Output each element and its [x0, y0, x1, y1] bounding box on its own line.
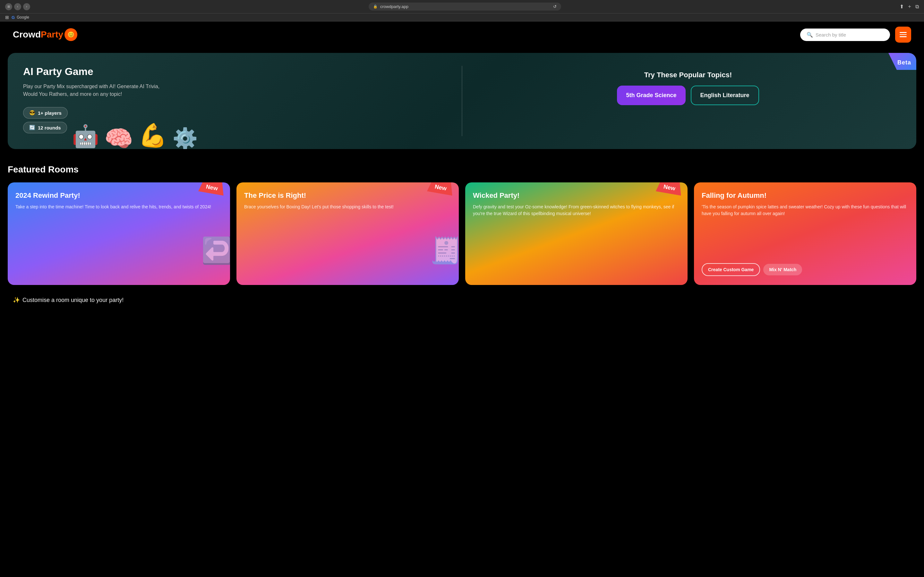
- logo-icon: 😊: [65, 28, 78, 41]
- browser-actions: ⬆ ＋ ⧉: [900, 3, 919, 10]
- room-card-1[interactable]: New 2024 Rewind Party! Take a step into …: [8, 182, 230, 285]
- customize-label: Customise a room unique to your party!: [23, 297, 124, 303]
- lock-icon: 🔒: [373, 5, 378, 9]
- hamburger-icon: [900, 32, 907, 37]
- featured-title: Featured Rooms: [8, 164, 916, 175]
- room-footer-4: Create Custom Game Mix N' Match: [702, 263, 909, 276]
- room-emoji-2: 🧾: [430, 235, 459, 266]
- rounds-icon: 🔄: [29, 125, 35, 131]
- browser-controls: ⊞ ‹ ›: [5, 3, 30, 10]
- room-desc-2: Brace yourselves for Boxing Day! Let's p…: [244, 203, 451, 276]
- players-badge: 😎 1+ players: [23, 107, 68, 119]
- share-icon[interactable]: ⬆: [900, 3, 904, 10]
- logo[interactable]: CrowdParty 😊: [13, 28, 78, 41]
- app-header: CrowdParty 😊 🔍 Search by title: [0, 21, 924, 48]
- hero-emojis: 🤖 🧠 💪 ⚙️: [72, 122, 198, 149]
- header-right: 🔍 Search by title: [800, 27, 911, 43]
- sparkle-icon: ✨: [13, 297, 20, 303]
- tab-label: Google: [17, 15, 29, 19]
- topic-5th-grade-science[interactable]: 5th Grade Science: [617, 85, 685, 105]
- room-title-3: Wicked Party!: [473, 191, 680, 200]
- topics-grid: 5th Grade Science English Literature: [617, 85, 759, 105]
- robot-emoji: 🤖: [72, 123, 99, 149]
- logo-crowd: Crowd: [13, 29, 41, 40]
- room-desc-3: Defy gravity and test your Oz-some knowl…: [473, 203, 680, 276]
- featured-section: Featured Rooms New 2024 Rewind Party! Ta…: [0, 154, 924, 293]
- forward-button[interactable]: ›: [23, 3, 30, 10]
- rounds-label: 12 rounds: [38, 125, 61, 131]
- brain-emoji: 🧠: [104, 125, 133, 149]
- url-text: crowdparty.app: [380, 4, 409, 9]
- room-card-2[interactable]: New The Price is Right! Brace yourselves…: [236, 182, 459, 285]
- room-desc-1: Take a step into the time machine! Time …: [15, 203, 222, 276]
- back-button[interactable]: ‹: [14, 3, 21, 10]
- sidebar-toggle[interactable]: ⊞: [5, 3, 12, 10]
- gear-emoji: ⚙️: [172, 127, 198, 149]
- tabs-icon[interactable]: ⧉: [915, 4, 919, 10]
- topic-english-literature[interactable]: English Literature: [691, 85, 759, 105]
- new-tab-icon[interactable]: ＋: [907, 3, 912, 10]
- room-card-4[interactable]: Falling for Autumn! 'Tis the season of p…: [694, 182, 916, 285]
- hero-right: Try These Popular Topics! 5th Grade Scie…: [475, 66, 901, 105]
- search-placeholder: Search by title: [816, 32, 846, 37]
- muscle-emoji: 💪: [138, 122, 167, 149]
- room-card-3[interactable]: New Wicked Party! Defy gravity and test …: [465, 182, 688, 285]
- apps-icon[interactable]: ⊞: [5, 15, 9, 20]
- players-icon: 😎: [29, 110, 35, 116]
- menu-button[interactable]: [895, 27, 911, 43]
- browser-tab-bar: ⊞ G Google: [0, 13, 924, 21]
- hero-section: Beta AI Party Game Play our Party Mix su…: [8, 53, 916, 149]
- reload-button[interactable]: ↺: [553, 4, 557, 9]
- customize-bar: ✨ Customise a room unique to your party!: [0, 293, 924, 308]
- rooms-grid: New 2024 Rewind Party! Take a step into …: [8, 182, 916, 285]
- address-bar[interactable]: 🔒 crowdparty.app ↺: [368, 3, 561, 11]
- room-desc-4: 'Tis the season of pumpkin spice lattes …: [702, 203, 909, 258]
- search-bar[interactable]: 🔍 Search by title: [800, 29, 890, 41]
- google-logo: G: [11, 15, 15, 20]
- hero-title: AI Party Game: [23, 66, 449, 77]
- create-custom-game-button[interactable]: Create Custom Game: [702, 263, 760, 276]
- room-emoji-1: ↩️: [201, 235, 230, 266]
- topics-title: Try These Popular Topics!: [644, 71, 732, 79]
- hero-description: Play our Party Mix supercharged with AI!…: [23, 83, 171, 98]
- search-icon: 🔍: [806, 32, 813, 38]
- room-title-1: 2024 Rewind Party!: [15, 191, 222, 200]
- mix-n-match-button[interactable]: Mix N' Match: [763, 264, 802, 276]
- room-title-2: The Price is Right!: [244, 191, 451, 200]
- divider: [462, 66, 462, 136]
- room-title-4: Falling for Autumn!: [702, 191, 909, 200]
- browser-chrome: ⊞ ‹ › 🔒 crowdparty.app ↺ ⬆ ＋ ⧉: [0, 0, 924, 13]
- browser-tab[interactable]: G Google: [11, 15, 29, 20]
- players-label: 1+ players: [38, 110, 61, 116]
- logo-party: Party: [41, 29, 63, 40]
- rounds-badge: 🔄 12 rounds: [23, 122, 67, 133]
